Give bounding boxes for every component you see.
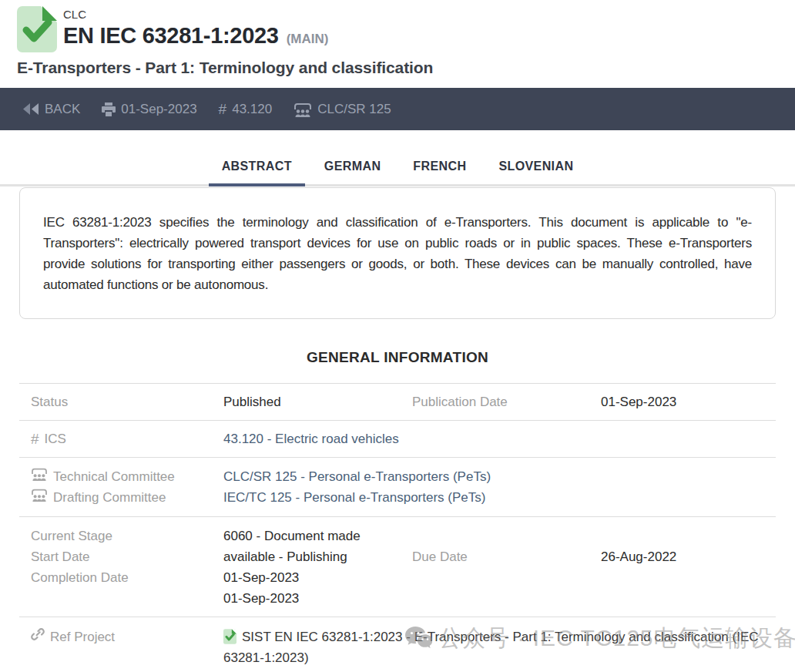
rewind-icon — [23, 103, 39, 115]
ref-project-text: SIST EN IEC 63281-1:2023 - E-Transporter… — [223, 630, 759, 665]
publication-date: 01-Sep-2023 — [121, 102, 196, 117]
back-label: BACK — [45, 102, 80, 117]
table-row-stage: Current Stage Start Date Completion Date… — [19, 516, 776, 617]
org-label: CLC — [63, 8, 328, 22]
document-check-icon — [223, 629, 236, 644]
ref-project-value-link[interactable]: SIST EN IEC 63281-1:2023 - E-Transporter… — [223, 627, 776, 668]
tab-abstract[interactable]: ABSTRACT — [209, 149, 305, 186]
back-button[interactable]: BACK — [23, 102, 80, 117]
current-stage-label: Current Stage — [31, 526, 223, 546]
link-icon — [31, 627, 45, 647]
table-row-ref-project: Ref Project SIST EN IEC 63281-1:2023 - E… — [19, 617, 776, 672]
general-information-table: Status Published Publication Date 01-Sep… — [19, 383, 776, 672]
ref-project-label: Ref Project — [50, 627, 115, 647]
printer-icon — [102, 102, 116, 116]
publication-date-item[interactable]: 01-Sep-2023 — [102, 102, 196, 117]
current-stage-value: 6060 - Document made available - Publish… — [223, 526, 412, 567]
committee-icon — [31, 466, 48, 487]
standard-detail-page: CLC EN IEC 63281-1:2023 (MAIN) E-Transpo… — [0, 0, 795, 672]
table-row-ics: # ICS 43.120 - Electric road vehicles — [19, 420, 776, 457]
language-tabs: ABSTRACT GERMAN FRENCH SLOVENIAN — [0, 149, 795, 186]
tab-german[interactable]: GERMAN — [311, 149, 394, 184]
general-information-heading: GENERAL INFORMATION — [0, 349, 795, 366]
abstract-text: IEC 63281-1:2023 specifies the terminolo… — [43, 212, 752, 295]
hash-icon: # — [219, 101, 227, 118]
status-label: Status — [31, 391, 223, 412]
drafting-committee-label: Drafting Committee — [53, 487, 166, 508]
technical-committee-label: Technical Committee — [53, 466, 175, 487]
committee-icon — [294, 102, 312, 117]
tab-slovenian[interactable]: SLOVENIAN — [485, 149, 586, 184]
drafting-committee-value-link[interactable]: IEC/TC 125 - Personal e-Transporters (Pe… — [223, 487, 776, 508]
header: CLC EN IEC 63281-1:2023 (MAIN) E-Transpo… — [0, 0, 795, 77]
toolbar: BACK 01-Sep-2023 # 43.120 — [0, 88, 795, 130]
document-check-icon — [17, 6, 57, 52]
abstract-card: IEC 63281-1:2023 specifies the terminolo… — [19, 187, 776, 319]
publication-date-label: Publication Date — [412, 391, 601, 412]
ics-item[interactable]: # 43.120 — [219, 101, 273, 118]
ics-label: ICS — [45, 428, 66, 449]
hash-icon: # — [31, 428, 39, 449]
page-subtitle: E-Transporters - Part 1: Terminology and… — [17, 59, 778, 77]
publication-date-value: 01-Sep-2023 — [601, 391, 776, 412]
committee-item[interactable]: CLC/SR 125 — [294, 102, 391, 117]
committee-icon — [31, 487, 48, 508]
title-suffix: (MAIN) — [287, 32, 329, 47]
start-date-value: 01-Sep-2023 — [223, 567, 412, 588]
completion-date-value: 01-Sep-2023 — [223, 588, 412, 609]
due-date-value: 26-Aug-2022 — [601, 526, 776, 567]
status-value: Published — [223, 391, 412, 412]
ics-value-link[interactable]: 43.120 - Electric road vehicles — [223, 428, 776, 449]
table-row-status: Status Published Publication Date 01-Sep… — [19, 383, 776, 420]
due-date-label: Due Date — [412, 526, 601, 567]
ics-code: 43.120 — [232, 102, 272, 117]
start-date-label: Start Date — [31, 546, 223, 567]
table-row-committees: Technical Committee Drafting Committee — [19, 457, 776, 516]
tab-french[interactable]: FRENCH — [400, 149, 479, 184]
technical-committee-value-link[interactable]: CLC/SR 125 - Personal e-Transporters (Pe… — [223, 466, 776, 487]
committee-code: CLC/SR 125 — [317, 102, 391, 117]
page-title: EN IEC 63281-1:2023 — [63, 22, 279, 49]
completion-date-label: Completion Date — [31, 567, 223, 588]
